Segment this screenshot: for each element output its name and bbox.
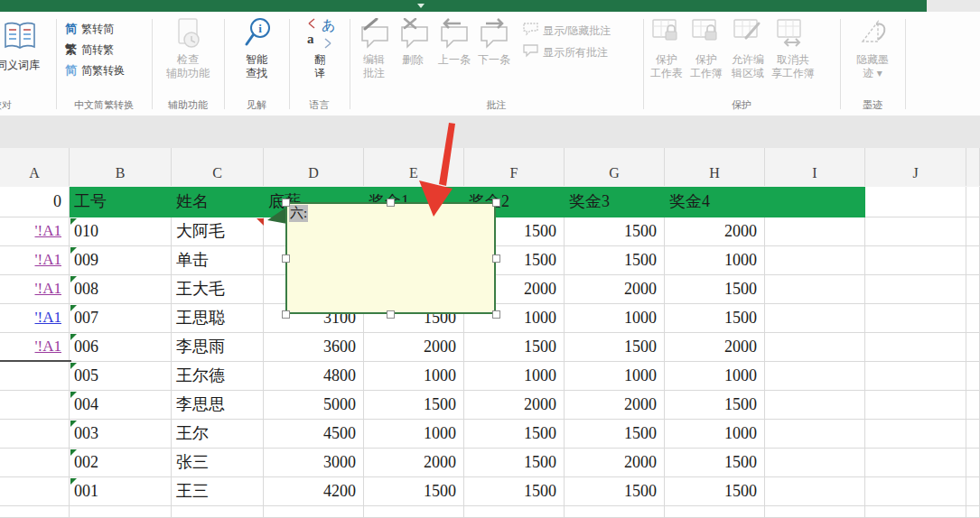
cell-E9[interactable]: 1000 — [364, 420, 464, 449]
cell-E7[interactable]: 1000 — [364, 362, 464, 391]
simp-to-trad-button[interactable]: 简转繁 — [81, 42, 114, 58]
cell-J6[interactable] — [865, 333, 966, 362]
cell-G1[interactable]: 奖金3 — [565, 187, 665, 217]
translate-button[interactable]: あ a — [303, 16, 336, 54]
cell-J8[interactable] — [865, 391, 966, 420]
cell-J2[interactable] — [865, 217, 966, 246]
cell-K9[interactable] — [966, 420, 980, 449]
cell-B8[interactable]: 004 — [70, 391, 172, 420]
cell-H8[interactable]: 1500 — [665, 391, 765, 420]
cell-F10[interactable]: 1500 — [464, 449, 565, 477]
cell-F6[interactable]: 1500 — [464, 333, 565, 362]
comment-resize-handle[interactable] — [492, 199, 500, 207]
cell-A9[interactable] — [0, 420, 70, 449]
cell-K6[interactable] — [966, 333, 980, 362]
cell-K8[interactable] — [966, 391, 980, 420]
cell-J5[interactable] — [865, 304, 966, 333]
cell-I1[interactable] — [765, 187, 865, 217]
cell-H6[interactable]: 2000 — [665, 333, 765, 362]
cell-B7[interactable]: 005 — [70, 362, 172, 391]
cell-B11[interactable]: 001 — [70, 477, 172, 506]
chinese-conversion-button[interactable]: 简繁转换 — [81, 63, 125, 79]
cell-B10[interactable]: 002 — [70, 449, 172, 477]
column-header-B[interactable]: B — [70, 148, 172, 186]
column-header-I[interactable]: I — [765, 148, 865, 186]
cell-H11[interactable]: 1500 — [665, 477, 765, 506]
cell-A1[interactable]: 0 — [0, 187, 70, 217]
cell-A10[interactable] — [0, 449, 70, 477]
cell-C4[interactable]: 王大毛 — [172, 275, 264, 304]
cell-E10[interactable]: 2000 — [364, 449, 464, 477]
cell-B3[interactable]: 009 — [70, 246, 172, 275]
cell-H1[interactable]: 奖金4 — [665, 187, 765, 217]
comment-text[interactable]: 六: — [289, 205, 308, 222]
hide-ink-dropdown-caret-icon[interactable]: ▾ — [877, 67, 882, 79]
cell-I8[interactable] — [765, 391, 865, 420]
cell-D8[interactable]: 5000 — [264, 391, 364, 420]
cell-K1[interactable] — [966, 187, 980, 217]
column-header-G[interactable]: G — [565, 148, 665, 186]
cell-C3[interactable]: 单击 — [172, 246, 264, 275]
cell-J11[interactable] — [865, 477, 966, 506]
cell-C9[interactable]: 王尔 — [172, 420, 264, 449]
cell-F7[interactable]: 1000 — [464, 362, 565, 391]
column-header-E[interactable]: E — [364, 148, 464, 186]
cell-G5[interactable]: 1000 — [565, 304, 665, 333]
cell-E11[interactable]: 1500 — [364, 477, 464, 506]
cell-B2[interactable]: 010 — [70, 217, 172, 246]
cell-A12[interactable] — [0, 506, 70, 518]
cell-C10[interactable]: 张三 — [172, 449, 264, 477]
comment-box[interactable]: 六: — [285, 202, 496, 314]
comment-resize-handle[interactable] — [492, 254, 500, 263]
cell-C7[interactable]: 王尔德 — [172, 362, 264, 391]
cell-G6[interactable]: 1500 — [565, 333, 665, 362]
column-header-H[interactable]: H — [665, 148, 765, 186]
cell-K4[interactable] — [966, 275, 980, 304]
cell-I10[interactable] — [765, 449, 865, 477]
cell-A7[interactable] — [0, 362, 70, 391]
cell-A3[interactable]: '!A1 — [0, 246, 70, 275]
cell-J7[interactable] — [865, 362, 966, 391]
show-all-comments-button[interactable]: 显示所有批注 — [543, 45, 608, 60]
cell-H7[interactable]: 1000 — [665, 362, 765, 391]
cell-F11[interactable]: 1500 — [464, 477, 565, 506]
cell-H12[interactable] — [665, 506, 765, 518]
hide-ink-button[interactable] — [858, 16, 889, 52]
allow-edit-ranges-button[interactable] — [733, 18, 762, 52]
cell-J4[interactable] — [865, 275, 966, 304]
smart-lookup-button[interactable]: i — [242, 16, 273, 54]
thesaurus-button[interactable] — [2, 20, 38, 58]
cell-E12[interactable] — [364, 506, 464, 518]
cell-B4[interactable]: 008 — [70, 275, 172, 304]
cell-G12[interactable] — [565, 506, 665, 518]
cell-B5[interactable]: 007 — [70, 304, 172, 333]
cell-G10[interactable]: 2000 — [565, 449, 665, 477]
cell-A11[interactable] — [0, 477, 70, 506]
cell-H10[interactable]: 1500 — [665, 449, 765, 477]
cell-I2[interactable] — [765, 217, 865, 246]
cell-J3[interactable] — [865, 246, 966, 275]
cell-K10[interactable] — [966, 449, 980, 477]
column-header-F[interactable]: F — [464, 148, 565, 186]
cell-B12[interactable] — [70, 506, 172, 518]
next-comment-button[interactable] — [477, 18, 511, 52]
previous-comment-button[interactable] — [437, 18, 471, 52]
column-header-partial[interactable] — [966, 148, 980, 186]
comment-resize-handle[interactable] — [282, 199, 290, 207]
cell-C12[interactable] — [172, 506, 264, 518]
ribbon-options-caret-icon[interactable] — [417, 4, 425, 8]
cell-H2[interactable]: 2000 — [665, 217, 765, 246]
cell-J9[interactable] — [865, 420, 966, 449]
cell-I6[interactable] — [765, 333, 865, 362]
cell-D7[interactable]: 4800 — [264, 362, 364, 391]
show-hide-comment-button[interactable]: 显示/隐藏批注 — [543, 23, 611, 39]
cell-I11[interactable] — [765, 477, 865, 506]
cell-B9[interactable]: 003 — [70, 420, 172, 449]
cell-I12[interactable] — [765, 506, 865, 518]
cell-A4[interactable]: '!A1 — [0, 275, 70, 304]
cell-G8[interactable]: 2000 — [565, 391, 665, 420]
cell-E6[interactable]: 2000 — [364, 333, 464, 362]
cell-A8[interactable] — [0, 391, 70, 420]
cell-H3[interactable]: 1000 — [665, 246, 765, 275]
protect-sheet-button[interactable] — [652, 18, 681, 52]
